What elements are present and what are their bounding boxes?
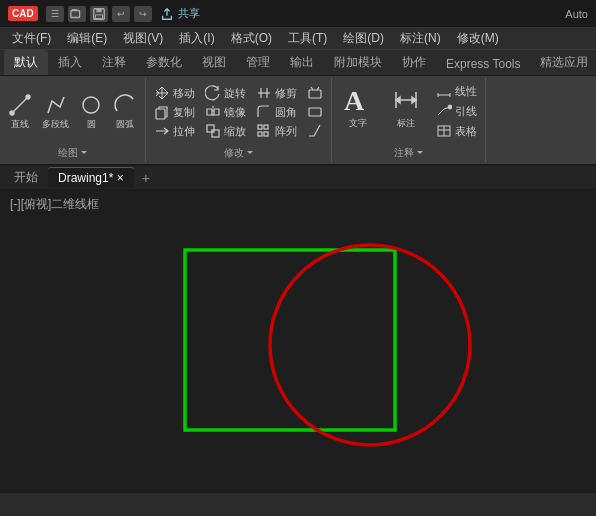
- add-tab-button[interactable]: +: [134, 167, 158, 189]
- table-button[interactable]: 表格: [432, 122, 481, 140]
- svg-text:A: A: [344, 85, 365, 116]
- window-title: Auto: [565, 8, 588, 20]
- tab-start[interactable]: 开始: [4, 166, 48, 189]
- menu-view[interactable]: 视图(V): [115, 28, 171, 49]
- arc-label: 圆弧: [116, 118, 134, 131]
- svg-rect-22: [264, 132, 268, 136]
- modify-row-1: 移动 旋转 修剪: [150, 84, 327, 102]
- canvas-area: [-][俯视]二维线框: [0, 190, 596, 492]
- menu-icon[interactable]: ☰: [46, 6, 64, 22]
- polyline-button[interactable]: 多段线: [38, 91, 73, 133]
- stretch-button[interactable]: 拉伸: [150, 122, 199, 140]
- tab-express-tools[interactable]: Express Tools: [436, 53, 530, 75]
- save-icon[interactable]: [90, 6, 108, 22]
- modify-row-2: 复制 镜像 圆角: [150, 103, 327, 121]
- menu-tools[interactable]: 工具(T): [280, 28, 335, 49]
- tab-parametric[interactable]: 参数化: [136, 50, 192, 75]
- title-bar: CAD ☰ ↩ ↪ 共享 Auto: [0, 0, 596, 28]
- tab-featured-apps[interactable]: 精选应用: [530, 50, 596, 75]
- line-label: 直线: [11, 118, 29, 131]
- annotation-tools: A 文字 标注: [336, 80, 481, 144]
- svg-rect-14: [156, 109, 165, 119]
- fillet-button[interactable]: 圆角: [252, 103, 301, 121]
- doc-tabs: 开始 Drawing1* × +: [0, 166, 596, 190]
- svg-rect-3: [95, 14, 102, 18]
- tab-collaborate[interactable]: 协作: [392, 50, 436, 75]
- tab-manage[interactable]: 管理: [236, 50, 280, 75]
- polyline-label: 多段线: [42, 118, 69, 131]
- open-icon[interactable]: [68, 6, 86, 22]
- title-icons: ☰ ↩ ↪: [46, 6, 152, 22]
- circle-label: 圆: [87, 118, 96, 131]
- annotation-group-label: 注释: [394, 144, 424, 160]
- cad-logo: CAD: [8, 6, 38, 21]
- menu-file[interactable]: 文件(F): [4, 28, 59, 49]
- svg-point-5: [10, 111, 14, 115]
- status-bar: [0, 492, 596, 516]
- menu-format[interactable]: 格式(O): [223, 28, 280, 49]
- ribbon-group-annotation: A 文字 标注: [332, 78, 486, 162]
- svg-line-4: [12, 97, 28, 113]
- menu-dimension[interactable]: 标注(N): [392, 28, 449, 49]
- svg-point-6: [26, 95, 30, 99]
- rect-button[interactable]: [303, 103, 327, 121]
- circle-button[interactable]: 圆: [75, 91, 107, 133]
- draw-tools: 直线 多段线 圆 圆弧: [4, 80, 141, 144]
- text-button[interactable]: A 文字: [336, 80, 380, 134]
- array-button[interactable]: 阵列: [252, 122, 301, 140]
- arc-button[interactable]: 圆弧: [109, 91, 141, 133]
- dimension-button[interactable]: 标注: [384, 80, 428, 134]
- menu-draw[interactable]: 绘图(D): [335, 28, 392, 49]
- svg-rect-20: [264, 125, 268, 129]
- redo-icon[interactable]: ↪: [134, 6, 152, 22]
- modify-row-3: 拉伸 缩放 阵列: [150, 122, 327, 140]
- leader-button[interactable]: 引线: [432, 102, 481, 120]
- ribbon-group-draw: 直线 多段线 圆 圆弧 绘图: [0, 78, 146, 162]
- menu-insert[interactable]: 插入(I): [171, 28, 222, 49]
- menu-edit[interactable]: 编辑(E): [59, 28, 115, 49]
- svg-point-32: [448, 105, 452, 109]
- svg-point-7: [83, 97, 99, 113]
- scale-button[interactable]: 缩放: [201, 122, 250, 140]
- dimension-label: 标注: [397, 117, 415, 130]
- move-button[interactable]: 移动: [150, 84, 199, 102]
- menu-modify[interactable]: 修改(M): [449, 28, 507, 49]
- tab-drawing1[interactable]: Drawing1* ×: [48, 167, 134, 188]
- draw-group-label: 绘图: [58, 144, 88, 160]
- svg-rect-2: [96, 8, 101, 12]
- modify-group-label: 修改: [224, 144, 254, 160]
- erase-button[interactable]: [303, 84, 327, 102]
- text-label: 文字: [349, 117, 367, 130]
- svg-rect-0: [71, 10, 80, 17]
- modify-tools: 移动 旋转 修剪: [150, 80, 327, 144]
- svg-point-37: [270, 245, 470, 445]
- menu-bar: 文件(F) 编辑(E) 视图(V) 插入(I) 格式(O) 工具(T) 绘图(D…: [0, 28, 596, 50]
- ribbon-group-modify: 移动 旋转 修剪: [146, 78, 332, 162]
- chamfer-icon[interactable]: [303, 122, 327, 140]
- share-button[interactable]: 共享: [160, 6, 200, 21]
- line-button[interactable]: 直线: [4, 91, 36, 133]
- tab-output[interactable]: 输出: [280, 50, 324, 75]
- rotate-button[interactable]: 旋转: [201, 84, 250, 102]
- tab-insert[interactable]: 插入: [48, 50, 92, 75]
- svg-rect-21: [258, 132, 262, 136]
- ribbon-panel: 直线 多段线 圆 圆弧 绘图: [0, 76, 596, 166]
- linear-dim-button[interactable]: 线性: [432, 82, 481, 100]
- copy-button[interactable]: 复制: [150, 103, 199, 121]
- svg-rect-16: [309, 108, 321, 116]
- trim-button[interactable]: 修剪: [252, 84, 301, 102]
- undo-icon[interactable]: ↩: [112, 6, 130, 22]
- tab-view[interactable]: 视图: [192, 50, 236, 75]
- tab-default[interactable]: 默认: [4, 50, 48, 75]
- mirror-button[interactable]: 镜像: [201, 103, 250, 121]
- svg-rect-11: [309, 90, 321, 98]
- svg-rect-17: [207, 125, 214, 132]
- ribbon-tabs: 默认 插入 注释 参数化 视图 管理 输出 附加模块 协作 Express To…: [0, 50, 596, 76]
- tab-addons[interactable]: 附加模块: [324, 50, 392, 75]
- tab-annotate[interactable]: 注释: [92, 50, 136, 75]
- svg-rect-18: [212, 130, 219, 137]
- drawing-canvas[interactable]: [0, 190, 596, 492]
- svg-rect-19: [258, 125, 262, 129]
